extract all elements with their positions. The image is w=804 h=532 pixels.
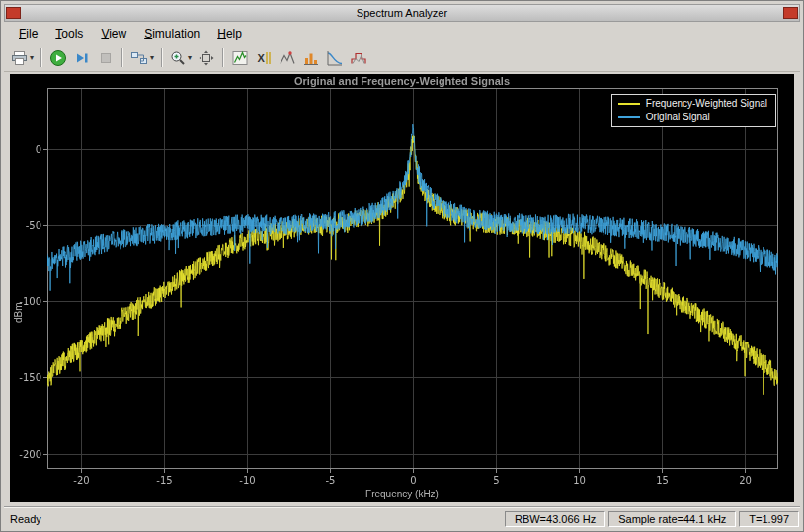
menu-tools[interactable]: Tools xyxy=(46,24,92,43)
print-export-icon xyxy=(11,50,28,66)
distortion-measurements-button[interactable] xyxy=(299,46,323,69)
menu-help[interactable]: Help xyxy=(208,24,251,43)
stop-button[interactable] xyxy=(94,46,118,69)
peak-finder-button[interactable] xyxy=(276,46,299,69)
ccdf-measurements-icon xyxy=(327,50,343,66)
run-button[interactable] xyxy=(46,46,70,69)
legend-entry: Frequency-Weighted Signal xyxy=(618,98,767,109)
spectrum-analyzer-window: Spectrum Analyzer FileToolsViewSimulatio… xyxy=(0,0,804,532)
dropdown-arrow-icon: ▾ xyxy=(30,53,34,62)
spectral-mask-icon xyxy=(351,50,366,66)
legend-label: Original Signal xyxy=(646,112,710,122)
cursor-measurements-icon: X xyxy=(256,50,272,66)
stop-icon xyxy=(98,50,114,66)
legend[interactable]: Frequency-Weighted SignalOriginal Signal xyxy=(611,94,776,127)
ccdf-measurements-button[interactable] xyxy=(323,46,347,69)
spectrum-settings-button[interactable] xyxy=(228,46,252,69)
step-forward-icon xyxy=(74,50,90,66)
y-axis-label: dBm xyxy=(13,302,24,323)
simulation-settings-icon xyxy=(130,50,148,66)
plot-title: Original and Frequency-Weighted Signals xyxy=(10,75,794,87)
cursor-measurements-button[interactable]: X xyxy=(252,46,276,69)
toolbar-separator xyxy=(121,48,123,67)
plot-panel: Original and Frequency-Weighted Signals … xyxy=(10,74,794,502)
toolbar-separator xyxy=(161,48,163,67)
x-axis-label: Frequency (kHz) xyxy=(10,489,794,499)
menu-view[interactable]: View xyxy=(92,24,135,43)
window-title: Spectrum Analyzer xyxy=(21,5,783,21)
fit-to-view-icon xyxy=(199,50,214,66)
simulation-settings-button[interactable]: ▾ xyxy=(127,46,157,69)
peak-finder-icon xyxy=(280,50,295,66)
zoom-in-icon xyxy=(170,50,186,66)
status-text: Ready xyxy=(5,513,505,525)
svg-text:X: X xyxy=(258,52,266,64)
dropdown-arrow-icon: ▾ xyxy=(150,53,154,62)
print-export-button[interactable]: ▾ xyxy=(8,46,37,69)
statusbar: Ready RBW=43.066 Hz Sample rate=44.1 kHz… xyxy=(4,507,800,528)
spectral-mask-button[interactable] xyxy=(347,46,370,69)
status-rbw: RBW=43.066 Hz xyxy=(505,511,605,527)
distortion-measurements-icon xyxy=(303,50,319,66)
legend-line-swatch xyxy=(618,103,640,105)
menu-simulation[interactable]: Simulation xyxy=(135,24,208,43)
run-icon xyxy=(49,49,67,67)
titlebar[interactable]: Spectrum Analyzer xyxy=(4,4,800,22)
close-button[interactable] xyxy=(783,7,798,19)
fit-to-view-button[interactable] xyxy=(195,46,218,69)
spectrum-chart-canvas[interactable] xyxy=(10,74,794,502)
legend-line-swatch xyxy=(618,116,640,118)
spectrum-settings-icon xyxy=(232,50,248,66)
legend-label: Frequency-Weighted Signal xyxy=(646,98,767,109)
status-time: T=1.997 xyxy=(739,511,799,527)
window-menu-button[interactable] xyxy=(6,7,21,19)
status-cells: RBW=43.066 Hz Sample rate=44.1 kHz T=1.9… xyxy=(505,511,799,527)
dropdown-arrow-icon: ▾ xyxy=(188,53,192,62)
toolbar: ▾▾▾X xyxy=(4,44,800,72)
step-forward-button[interactable] xyxy=(70,46,94,69)
zoom-in-button[interactable]: ▾ xyxy=(167,46,195,69)
status-sample-rate: Sample rate=44.1 kHz xyxy=(608,511,736,527)
menu-file[interactable]: File xyxy=(10,24,46,43)
legend-entry: Original Signal xyxy=(618,112,767,122)
toolbar-separator xyxy=(40,48,42,67)
toolbar-separator xyxy=(222,48,224,67)
menubar: FileToolsViewSimulationHelp xyxy=(4,22,800,44)
